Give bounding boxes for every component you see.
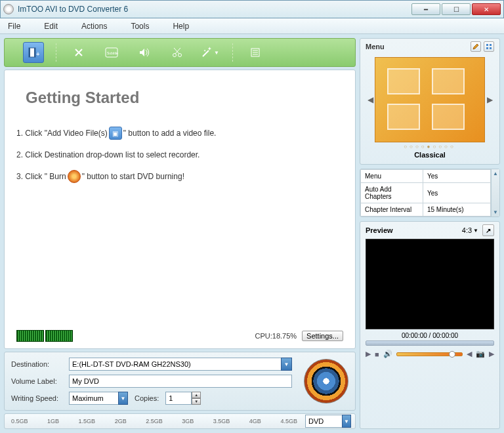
popout-button[interactable]: ↗ — [482, 224, 494, 236]
cpu-percent: CPU:18.75% — [255, 332, 297, 340]
writing-speed-label: Writing Speed: — [11, 394, 64, 402]
spin-down-icon[interactable]: ▼ — [192, 398, 201, 405]
size-tick: 1.5GB — [79, 418, 96, 424]
chevron-down-icon: ▼ — [214, 50, 219, 56]
preview-time: 00:00:00 / 00:00:00 — [360, 329, 499, 340]
svg-text:✦: ✦ — [203, 49, 206, 52]
scroll-up-icon[interactable]: ▲ — [493, 171, 498, 176]
step-2: 2. Click Destination drop-down list to s… — [16, 150, 343, 159]
svg-text:+: + — [36, 51, 39, 58]
seek-slider[interactable] — [366, 340, 494, 346]
app-icon — [3, 4, 14, 14]
size-tick: 1GB — [47, 418, 59, 424]
svg-rect-1 — [29, 48, 30, 57]
film-plus-icon: + — [28, 47, 39, 58]
property-key: Menu — [361, 170, 423, 183]
menu-help[interactable]: Help — [173, 22, 189, 31]
add-video-inline-icon: ▣ — [109, 127, 122, 140]
volume-slider[interactable] — [396, 352, 463, 356]
svg-rect-16 — [486, 47, 488, 49]
preview-video — [366, 239, 494, 329]
table-row[interactable]: Auto Add ChaptersYes — [361, 183, 491, 203]
title-bar: ImTOO AVI to DVD Converter 6 ━ ☐ ✕ — [0, 0, 504, 18]
effects-button[interactable]: ✦✦ ▼ — [200, 42, 220, 63]
prev-frame-button[interactable]: ◀ — [467, 350, 472, 358]
menu-tools[interactable]: Tools — [131, 22, 149, 31]
copies-input[interactable] — [165, 392, 192, 405]
property-key: Chapter Interval — [361, 203, 423, 216]
destination-combo[interactable]: ▼ — [69, 358, 292, 371]
step-3: 3. Click " Burn " button to start DVD bu… — [16, 170, 343, 183]
maximize-button[interactable]: ☐ — [442, 3, 471, 15]
cpu-graph-2 — [45, 330, 73, 342]
chevron-down-icon[interactable]: ▼ — [281, 358, 292, 371]
add-video-button[interactable]: + — [23, 42, 44, 63]
properties-table: MenuYesAuto Add ChaptersYesChapter Inter… — [360, 169, 491, 216]
minimize-button[interactable]: ━ — [411, 3, 440, 15]
volume-label: Volume Label: — [11, 377, 64, 385]
delete-button[interactable] — [68, 42, 89, 63]
preview-title: Preview — [366, 226, 393, 234]
size-tick: 4.5GB — [280, 418, 297, 424]
next-template-button[interactable]: ▶ — [485, 95, 494, 104]
svg-rect-2 — [34, 48, 35, 57]
scissors-icon — [171, 47, 183, 58]
clip-button[interactable] — [167, 42, 188, 63]
next-frame-button[interactable]: ▶ — [489, 350, 494, 358]
writing-speed-combo[interactable]: ▼ — [69, 392, 128, 405]
volume-icon[interactable]: 🔊 — [383, 350, 392, 358]
disc-type-combo[interactable]: ▼ — [305, 415, 351, 428]
list-button[interactable] — [245, 42, 266, 63]
copies-label: Copies: — [135, 394, 159, 402]
table-row[interactable]: MenuYes — [361, 170, 491, 183]
chevron-down-icon[interactable]: ▼ — [118, 392, 128, 405]
audio-button[interactable] — [134, 42, 155, 63]
menu-thumbnail[interactable] — [375, 57, 485, 142]
settings-button[interactable]: Settings... — [302, 331, 343, 341]
x-icon — [74, 47, 84, 58]
chevron-down-icon[interactable]: ▼ — [342, 415, 351, 428]
scroll-down-icon[interactable]: ▼ — [493, 209, 498, 215]
properties-scrollbar[interactable]: ▲ ▼ — [491, 169, 499, 216]
edit-menu-button[interactable] — [471, 41, 481, 52]
size-tick: 3GB — [182, 418, 194, 424]
template-gallery-button[interactable] — [484, 41, 494, 52]
size-tick: 2.5GB — [146, 418, 163, 424]
svg-text:✦: ✦ — [207, 47, 212, 52]
main-panel: Getting Started 1. Click "Add Video File… — [4, 70, 356, 349]
template-name: Classical — [366, 151, 494, 159]
writing-speed-input[interactable] — [69, 392, 118, 405]
wand-icon: ✦✦ — [201, 47, 213, 58]
close-button[interactable]: ✕ — [472, 3, 501, 15]
snapshot-button[interactable]: 📷 — [476, 350, 485, 358]
chevron-down-icon[interactable]: ▼ — [473, 228, 478, 234]
destination-label: Destination: — [11, 360, 64, 368]
menu-edit[interactable]: Edit — [44, 22, 58, 31]
menu-file[interactable]: File — [8, 22, 20, 31]
properties-panel: MenuYesAuto Add ChaptersYesChapter Inter… — [360, 169, 500, 217]
burn-inline-icon — [68, 170, 81, 183]
subtitle-icon: Subtitle — [105, 47, 118, 58]
destination-block: Destination: ▼ Volume Label: Writing Spe… — [4, 352, 356, 411]
cpu-bar: CPU:18.75% Settings... — [16, 330, 343, 342]
property-value: 15 Minute(s) — [423, 203, 490, 216]
svg-rect-15 — [490, 44, 492, 46]
stop-button[interactable]: ■ — [375, 350, 379, 358]
svg-point-6 — [173, 54, 177, 57]
svg-text:Subtitle: Subtitle — [107, 51, 118, 55]
burn-button[interactable] — [304, 359, 348, 403]
subtitle-button[interactable]: Subtitle — [101, 42, 122, 63]
volume-input[interactable] — [69, 375, 292, 388]
preview-panel: Preview 4:3 ▼ ↗ 00:00:00 / 00:00:00 ▶ ■ … — [360, 221, 500, 429]
size-tick: 0.5GB — [11, 418, 28, 424]
copies-spinner[interactable]: ▲ ▼ — [165, 392, 201, 405]
table-row[interactable]: Chapter Interval15 Minute(s) — [361, 203, 491, 216]
disc-type-input[interactable] — [305, 415, 342, 428]
spin-up-icon[interactable]: ▲ — [192, 392, 201, 398]
prev-template-button[interactable]: ◀ — [366, 95, 375, 104]
svg-rect-14 — [486, 44, 488, 46]
play-button[interactable]: ▶ — [366, 350, 371, 358]
property-value: Yes — [423, 170, 490, 183]
destination-input[interactable] — [69, 358, 281, 371]
menu-actions[interactable]: Actions — [81, 22, 107, 31]
